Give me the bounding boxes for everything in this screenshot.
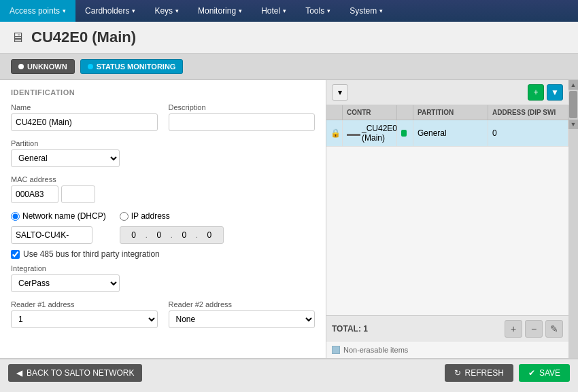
left-panel: IDENTIFICATION Name Description Partitio… (0, 80, 326, 358)
bus485-label: Use 485 bus for third party integration (23, 249, 160, 259)
dhcp-radio[interactable] (11, 212, 20, 221)
table-row[interactable]: 🔒 ▬▬ _CU42E0 (Main) General 0 (326, 120, 568, 147)
nav-monitoring[interactable]: Monitoring ▾ (188, 0, 252, 22)
table-body: 🔒 ▬▬ _CU42E0 (Main) General 0 (326, 120, 568, 218)
reader2-select[interactable]: None (169, 310, 316, 328)
non-erasable-label: Non-erasable items (343, 346, 408, 354)
description-label: Description (169, 103, 316, 111)
lock-icon: 🔒 (330, 128, 341, 138)
cell-address: 0 (488, 120, 568, 146)
device-icon: ▬▬ (347, 130, 360, 137)
status-monitoring-button[interactable]: STATUS MONITORING (80, 59, 184, 74)
mac-group: MAC address (11, 175, 315, 203)
nav-cardholders[interactable]: Cardholders ▾ (75, 0, 145, 22)
filter-button[interactable]: ▼ (547, 84, 563, 101)
status-bar: UNKNOWN STATUS MONITORING (0, 54, 578, 80)
edit-item-button[interactable]: ✎ (545, 320, 563, 338)
monitoring-dot (88, 64, 93, 69)
page-header: 🖥 CU42E0 (Main) (0, 22, 578, 54)
unknown-button[interactable]: UNKNOWN (11, 59, 75, 74)
nav-hotel[interactable]: Hotel ▾ (252, 0, 296, 22)
table-empty-space (326, 218, 568, 316)
scroll-thumb[interactable] (569, 91, 577, 118)
partition-group: Partition General (11, 139, 120, 167)
mac-suffix-input[interactable] (61, 185, 95, 203)
nav-access-points[interactable]: Access points ▾ (0, 0, 75, 22)
col-address: ADDRESS (DIP SWI (488, 105, 568, 120)
identification-section-title: IDENTIFICATION (11, 88, 315, 96)
col-controller: CONTR (343, 105, 397, 120)
ip-field-2[interactable] (150, 230, 169, 240)
mac-label: MAC address (11, 175, 315, 183)
page-icon: 🖥 (11, 30, 24, 46)
cell-lock: 🔒 (326, 120, 343, 146)
nav-cardholders-arrow: ▾ (132, 7, 135, 14)
mac-row (11, 185, 315, 203)
cell-name: ▬▬ _CU42E0 (Main) (343, 120, 397, 146)
back-arrow-icon: ◀ (16, 368, 22, 378)
bottom-bar: ◀ BACK TO SALTO NETWORK ↻ REFRESH ✔ SAVE (0, 358, 578, 387)
nav-keys-arrow: ▾ (175, 7, 179, 14)
reader2-group: Reader #2 address None (169, 300, 316, 328)
dhcp-label: Network name (DHCP) (22, 211, 106, 221)
cell-status (397, 120, 413, 146)
refresh-button[interactable]: ↻ REFRESH (445, 364, 513, 382)
add-item-button[interactable]: + (505, 320, 522, 338)
cell-partition: General (413, 120, 488, 146)
page-title: CU42E0 (Main) (31, 29, 136, 46)
ip-radio[interactable] (120, 212, 129, 221)
integration-select[interactable]: CerPass (11, 274, 120, 292)
nav-tools[interactable]: Tools ▾ (296, 0, 340, 22)
dhcp-input[interactable] (11, 226, 92, 244)
add-button[interactable]: + (528, 84, 544, 101)
nav-keys[interactable]: Keys ▾ (145, 0, 188, 22)
non-erasable-row: Non-erasable items (326, 342, 568, 358)
table-footer: TOTAL: 1 + − ✎ (326, 315, 568, 342)
bus485-checkbox[interactable] (11, 250, 20, 259)
name-label: Name (11, 103, 158, 111)
integration-label: Integration (11, 264, 120, 272)
ip-field-4[interactable] (200, 230, 219, 240)
save-button[interactable]: ✔ SAVE (519, 364, 570, 382)
name-description-row: Name Description (11, 103, 315, 131)
partition-select[interactable]: General (11, 149, 120, 167)
name-input[interactable] (11, 113, 158, 131)
col-partition: PARTITION (413, 105, 488, 120)
description-input[interactable] (169, 113, 316, 131)
nav-hotel-arrow: ▾ (283, 7, 286, 14)
reader2-label: Reader #2 address (169, 300, 316, 308)
ip-label: IP address (131, 211, 170, 221)
dhcp-radio-group: Network name (DHCP) (11, 211, 106, 221)
ip-field-1[interactable] (124, 230, 143, 240)
col-lock (326, 105, 343, 120)
reader1-label: Reader #1 address (11, 300, 158, 308)
table-header: CONTR PARTITION ADDRESS (DIP SWI (326, 105, 568, 120)
nav-system[interactable]: System ▾ (340, 0, 392, 22)
navbar: Access points ▾ Cardholders ▾ Keys ▾ Mon… (0, 0, 578, 22)
ip-fields: . . . (120, 226, 224, 244)
back-button[interactable]: ◀ BACK TO SALTO NETWORK (8, 364, 142, 382)
ip-dot-3: . (196, 231, 198, 239)
ip-field-3[interactable] (175, 230, 194, 240)
nav-system-arrow: ▾ (379, 7, 383, 14)
dhcp-col: Network name (DHCP) (11, 211, 106, 244)
ip-radio-group: IP address (120, 211, 224, 221)
footer-buttons: + − ✎ (505, 320, 563, 338)
name-group: Name (11, 103, 158, 131)
scroll-down-button[interactable]: ▼ (568, 120, 578, 129)
right-panel: ▾ + ▼ CONTR PARTITION ADDRESS (DIP SWI 🔒… (326, 80, 568, 358)
table-toolbar: ▾ + ▼ (326, 80, 568, 105)
nav-monitoring-arrow: ▾ (239, 7, 242, 14)
right-buttons: ↻ REFRESH ✔ SAVE (445, 364, 570, 382)
scrollbar[interactable]: ▲ ▼ (568, 80, 578, 358)
unknown-dot (18, 64, 24, 69)
integration-group: Integration CerPass (11, 264, 120, 292)
remove-item-button[interactable]: − (525, 320, 543, 338)
total-label: TOTAL: 1 (332, 324, 368, 334)
partition-label: Partition (11, 139, 120, 147)
ip-col: IP address . . . (120, 211, 224, 244)
reader1-select[interactable]: 1 (11, 310, 158, 328)
scroll-up-button[interactable]: ▲ (568, 80, 578, 90)
mac-prefix-input[interactable] (11, 185, 58, 203)
collapse-button[interactable]: ▾ (332, 84, 348, 101)
